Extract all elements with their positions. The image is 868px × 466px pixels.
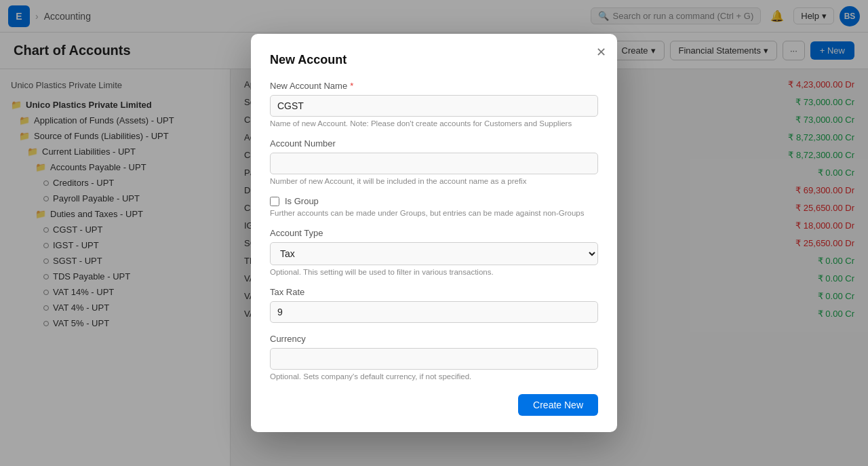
account-type-hint: Optional. This setting will be used to f… — [270, 268, 598, 276]
new-account-modal: New Account ✕ New Account Name * Name of… — [251, 34, 617, 432]
currency-input[interactable] — [270, 348, 598, 370]
is-group-checkbox[interactable] — [270, 197, 279, 206]
account-type-select[interactable]: TaxPayableReceivableBankCashStockFixed A… — [270, 242, 598, 265]
tax-rate-input[interactable] — [270, 301, 598, 323]
account-number-label: Account Number — [270, 138, 598, 149]
account-name-field-group: New Account Name * Name of new Account. … — [270, 81, 598, 128]
is-group-row: Is Group — [270, 196, 598, 206]
modal-footer: Create New — [270, 394, 598, 416]
currency-label: Currency — [270, 334, 598, 344]
is-group-field-group: Is Group Further accounts can be made un… — [270, 196, 598, 217]
account-type-field-group: Account Type TaxPayableReceivableBankCas… — [270, 228, 598, 276]
account-number-field-group: Account Number Number of new Account, it… — [270, 138, 598, 185]
modal-close-button[interactable]: ✕ — [596, 45, 606, 60]
account-number-hint: Number of new Account, it will be includ… — [270, 177, 598, 185]
currency-field-group: Currency Optional. Sets company's defaul… — [270, 334, 598, 381]
account-name-input[interactable] — [270, 95, 598, 117]
account-name-label: New Account Name * — [270, 81, 598, 91]
required-mark: * — [350, 81, 353, 91]
is-group-label: Is Group — [285, 196, 319, 206]
is-group-hint: Further accounts can be made under Group… — [270, 209, 598, 217]
modal-title: New Account — [270, 53, 598, 67]
currency-hint: Optional. Sets company's default currenc… — [270, 372, 598, 381]
account-name-hint: Name of new Account. Note: Please don't … — [270, 119, 598, 128]
create-new-button[interactable]: Create New — [518, 394, 598, 416]
account-type-label: Account Type — [270, 228, 598, 238]
modal-overlay: New Account ✕ New Account Name * Name of… — [0, 0, 868, 466]
tax-rate-label: Tax Rate — [270, 287, 598, 297]
account-number-input[interactable] — [270, 153, 598, 174]
tax-rate-field-group: Tax Rate — [270, 287, 598, 323]
